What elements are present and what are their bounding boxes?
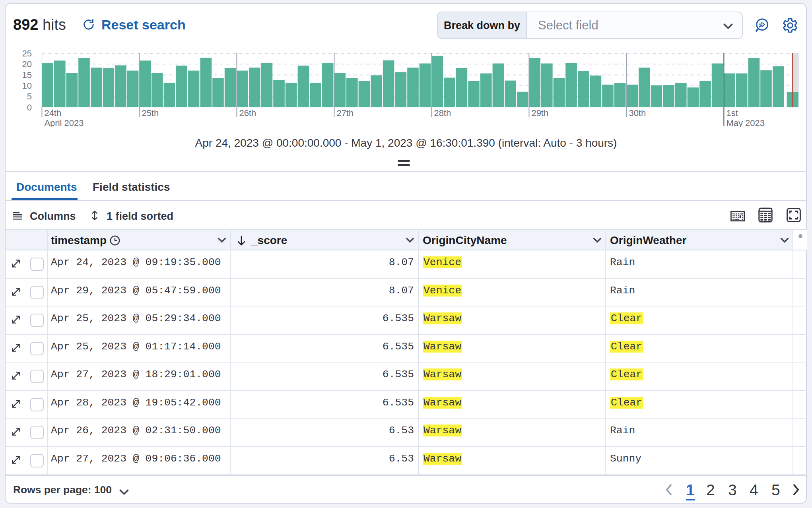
svg-text:25: 25: [22, 48, 32, 58]
svg-text:20: 20: [22, 59, 32, 69]
svg-text:0: 0: [27, 103, 32, 112]
svg-text:28th: 28th: [434, 108, 451, 118]
svg-text:24th: 24th: [44, 108, 61, 118]
svg-text:27th: 27th: [336, 108, 354, 118]
svg-text:May 2023: May 2023: [726, 118, 765, 127]
svg-text:29th: 29th: [531, 108, 548, 118]
svg-text:April 2023: April 2023: [44, 118, 84, 127]
svg-text:26th: 26th: [239, 108, 256, 118]
svg-text:15: 15: [22, 70, 32, 80]
svg-text:10: 10: [22, 81, 32, 91]
svg-text:1st: 1st: [726, 108, 738, 118]
svg-text:30th: 30th: [629, 108, 646, 118]
svg-text:25th: 25th: [142, 108, 159, 118]
svg-text:5: 5: [27, 91, 32, 101]
